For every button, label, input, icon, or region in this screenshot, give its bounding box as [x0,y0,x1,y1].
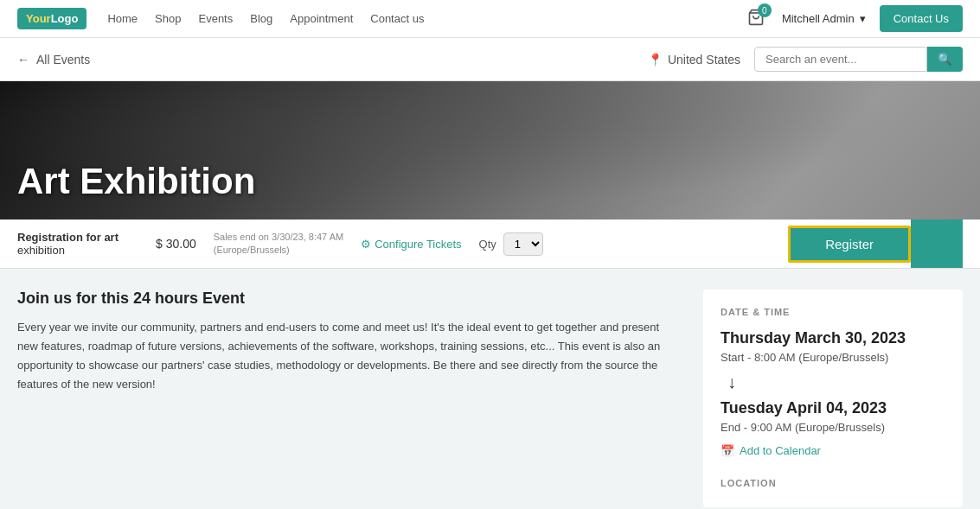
sales-end-line2: (Europe/Brussels) [214,244,343,257]
event-details: Join us for this 24 hours Event Every ye… [17,289,682,507]
ticket-price: $ 30.00 [156,237,196,251]
cart-badge: 0 [758,3,772,17]
configure-tickets-label: Configure Tickets [375,238,461,251]
event-sidebar: DATE & TIME Thursday March 30, 2023 Star… [703,289,963,507]
nav-blog[interactable]: Blog [250,12,272,25]
logo[interactable]: YourLogo [17,8,86,29]
all-events-label: All Events [36,53,90,67]
ticket-name-line1: Registration for art [17,231,138,244]
add-to-calendar-link[interactable]: 📅 Add to Calendar [721,444,945,457]
ticket-bar: Registration for art exhibition $ 30.00 … [0,220,980,269]
sales-end-info: Sales end on 3/30/23, 8:47 AM (Europe/Br… [214,231,343,258]
search-input[interactable] [754,47,927,72]
configure-tickets-link[interactable]: ⚙ Configure Tickets [361,238,461,251]
user-menu[interactable]: Mitchell Admin ▾ [782,12,866,25]
search-icon: 🔍 [938,53,952,66]
location-section-title: LOCATION [721,478,945,488]
breadcrumb-bar: ← All Events 📍 United States 🔍 [0,38,980,81]
qty-label: Qty [479,238,496,251]
location-text: United States [668,53,740,67]
nav-events[interactable]: Events [198,12,233,25]
user-name: Mitchell Admin [782,12,855,25]
quantity-select[interactable]: 1 2 3 4 5 [503,232,543,256]
start-time: Start - 8:00 AM (Europe/Brussels) [721,351,945,364]
search-section: 🔍 [754,47,963,72]
top-navigation: YourLogo Home Shop Events Blog Appointme… [0,0,980,38]
arrow-down-icon: ↓ [727,372,945,392]
ticket-name-line2: exhibition [17,244,138,257]
add-calendar-label: Add to Calendar [740,444,821,457]
location-section: 📍 United States [648,53,740,67]
ticket-name-price: Registration for art exhibition [17,231,138,257]
sales-end-line1: Sales end on 3/30/23, 8:47 AM [214,231,343,244]
end-time: End - 9:00 AM (Europe/Brussels) [721,421,945,434]
hero-banner: Art Exhibition [0,81,980,220]
main-content: Join us for this 24 hours Event Every ye… [0,269,980,509]
ticket-bar-left: Registration for art exhibition $ 30.00 … [17,231,788,258]
event-description: Every year we invite our community, part… [17,318,682,394]
register-button[interactable]: Register [788,226,911,263]
search-button[interactable]: 🔍 [927,47,963,72]
nav-links: Home Shop Events Blog Appointment Contac… [107,12,746,25]
event-title: Art Exhibition [17,161,255,202]
calendar-icon: 📅 [721,444,734,457]
nav-appointment[interactable]: Appointment [290,12,353,25]
nav-home[interactable]: Home [107,12,138,25]
location-pin-icon: 📍 [648,53,663,67]
start-date: Thursday March 30, 2023 [721,329,945,347]
arrow-left-icon: ← [17,53,29,67]
back-to-events-link[interactable]: ← All Events [17,53,90,67]
chevron-down-icon: ▾ [860,12,866,25]
event-join-title: Join us for this 24 hours Event [17,289,682,308]
nav-shop[interactable]: Shop [155,12,181,25]
end-date: Tuesday April 04, 2023 [721,399,945,417]
date-time-section-title: DATE & TIME [721,307,945,317]
contact-button[interactable]: Contact Us [880,5,963,32]
cart-icon[interactable]: 0 [747,9,765,29]
gear-icon: ⚙ [361,238,371,251]
nav-contact[interactable]: Contact us [370,12,424,25]
